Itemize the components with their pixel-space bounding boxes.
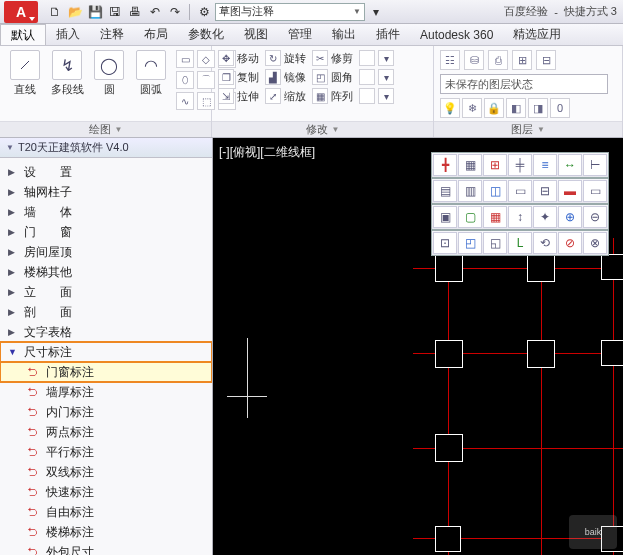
tb-btn[interactable]: ⊘ xyxy=(558,232,582,254)
layer-states-icon[interactable]: ⛁ xyxy=(464,50,484,70)
tb-btn[interactable]: ▭ xyxy=(583,180,607,202)
tb-btn[interactable]: ╪ xyxy=(508,154,532,176)
chevron-down-icon[interactable]: ▼ xyxy=(332,125,340,134)
saveas-icon[interactable]: 🖫 xyxy=(106,3,124,21)
tree-subitem[interactable]: ▶⮌内门标注 xyxy=(0,402,212,422)
floating-toolbar-4[interactable]: ⊡ ◰ ◱ L ⟲ ⊘ ⊗ xyxy=(431,230,609,256)
tree-item[interactable]: ▶设 置 xyxy=(0,162,212,182)
tab-autodesk360[interactable]: Autodesk 360 xyxy=(410,24,503,45)
tb-btn[interactable]: ↔ xyxy=(558,154,582,176)
print-icon[interactable]: 🖶 xyxy=(126,3,144,21)
tree-subitem[interactable]: ▶⮌自由标注 xyxy=(0,502,212,522)
tb-btn[interactable]: ▭ xyxy=(508,180,532,202)
tb-btn[interactable]: ✦ xyxy=(533,206,557,228)
qat-more-icon[interactable]: ▾ xyxy=(367,3,385,21)
floating-toolbar-3[interactable]: ▣ ▢ ▦ ↕ ✦ ⊕ ⊖ xyxy=(431,204,609,230)
modify-阵列[interactable]: ▦阵列 xyxy=(312,88,353,104)
tb-btn[interactable]: ▣ xyxy=(433,206,457,228)
modify-缩放[interactable]: ⤢缩放 xyxy=(265,88,306,104)
chevron-down-icon[interactable]: ▼ xyxy=(115,125,123,134)
draw-tool-圆弧[interactable]: ◠圆弧 xyxy=(132,50,170,97)
tb-btn[interactable]: ⟲ xyxy=(533,232,557,254)
tab-view[interactable]: 视图 xyxy=(234,24,278,45)
tb-btn[interactable]: ▦ xyxy=(458,154,482,176)
draw-tool-圆[interactable]: ◯圆 xyxy=(90,50,128,97)
tb-btn[interactable]: ▬ xyxy=(558,180,582,202)
tree-subitem[interactable]: ▶⮌双线标注 xyxy=(0,462,212,482)
tb-btn[interactable]: ⊖ xyxy=(583,206,607,228)
tb-btn[interactable]: ≡ xyxy=(533,154,557,176)
mini-tool[interactable]: ∿ xyxy=(176,92,194,110)
tb-btn[interactable]: ▢ xyxy=(458,206,482,228)
tree-item[interactable]: ▶房间屋顶 xyxy=(0,242,212,262)
workspace-icon[interactable]: ⚙ xyxy=(195,3,213,21)
tb-btn[interactable]: ◫ xyxy=(483,180,507,202)
modify-移动[interactable]: ✥移动 xyxy=(218,50,259,66)
layer-match-icon[interactable]: ⎙ xyxy=(488,50,508,70)
modify-圆角[interactable]: ◰圆角 xyxy=(312,69,353,85)
tb-btn[interactable]: ◰ xyxy=(458,232,482,254)
draw-tool-直线[interactable]: ⟋直线 xyxy=(6,50,44,97)
redo-icon[interactable]: ↷ xyxy=(166,3,184,21)
tree-item[interactable]: ▶剖 面 xyxy=(0,302,212,322)
layer-tool[interactable]: 🔒 xyxy=(484,98,504,118)
tb-btn[interactable]: ▦ xyxy=(483,206,507,228)
modify-修剪[interactable]: ✂修剪 xyxy=(312,50,353,66)
tb-btn[interactable]: ⊞ xyxy=(483,154,507,176)
modify-extra[interactable]: ▾ xyxy=(359,50,394,66)
tree-item[interactable]: ▶文字表格 xyxy=(0,322,212,342)
tree-item[interactable]: ▶轴网柱子 xyxy=(0,182,212,202)
tb-btn[interactable]: ╋ xyxy=(433,154,457,176)
open-icon[interactable]: 📂 xyxy=(66,3,84,21)
modify-extra[interactable]: ▾ xyxy=(359,69,394,85)
tb-btn[interactable]: ⊕ xyxy=(558,206,582,228)
tb-btn[interactable]: ▤ xyxy=(433,180,457,202)
layer-tool[interactable]: ◨ xyxy=(528,98,548,118)
tb-btn[interactable]: ⊗ xyxy=(583,232,607,254)
tb-btn[interactable]: ◱ xyxy=(483,232,507,254)
modify-旋转[interactable]: ↻旋转 xyxy=(265,50,306,66)
save-icon[interactable]: 💾 xyxy=(86,3,104,21)
mini-tool[interactable]: ▭ xyxy=(176,50,194,68)
tree-item[interactable]: ▶立 面 xyxy=(0,282,212,302)
tb-btn[interactable]: ⊡ xyxy=(433,232,457,254)
tab-default[interactable]: 默认 xyxy=(0,24,46,45)
workspace-dropdown[interactable]: 草图与注释 ▼ xyxy=(215,3,365,21)
layer-tool[interactable]: 0 xyxy=(550,98,570,118)
tab-layout[interactable]: 布局 xyxy=(134,24,178,45)
tree-item[interactable]: ▼尺寸标注 xyxy=(0,342,212,362)
tab-manage[interactable]: 管理 xyxy=(278,24,322,45)
mini-tool[interactable]: ⬯ xyxy=(176,71,194,89)
tree-subitem[interactable]: ▶⮌楼梯标注 xyxy=(0,522,212,542)
new-icon[interactable]: 🗋 xyxy=(46,3,64,21)
tab-featured[interactable]: 精选应用 xyxy=(503,24,571,45)
modify-复制[interactable]: ❐复制 xyxy=(218,69,259,85)
sidebar-title-bar[interactable]: ▼ T20天正建筑软件 V4.0 xyxy=(0,138,212,158)
tree-subitem[interactable]: ▶⮌两点标注 xyxy=(0,422,212,442)
tb-btn[interactable]: ↕ xyxy=(508,206,532,228)
modify-拉伸[interactable]: ⇲拉伸 xyxy=(218,88,259,104)
draw-tool-多段线[interactable]: ↯多段线 xyxy=(48,50,86,97)
tree-subitem[interactable]: ▶⮌墙厚标注 xyxy=(0,382,212,402)
app-logo[interactable]: A xyxy=(4,1,38,23)
tree-subitem[interactable]: ▶⮌外包尺寸 xyxy=(0,542,212,555)
tb-btn[interactable]: ⊟ xyxy=(533,180,557,202)
tab-insert[interactable]: 插入 xyxy=(46,24,90,45)
layer-tool[interactable]: ❄ xyxy=(462,98,482,118)
layer-off-icon[interactable]: ⊟ xyxy=(536,50,556,70)
tab-parametric[interactable]: 参数化 xyxy=(178,24,234,45)
layer-tool[interactable]: 💡 xyxy=(440,98,460,118)
tree-subitem[interactable]: ▶⮌平行标注 xyxy=(0,442,212,462)
undo-icon[interactable]: ↶ xyxy=(146,3,164,21)
tab-annotate[interactable]: 注释 xyxy=(90,24,134,45)
tb-btn[interactable]: ⊢ xyxy=(583,154,607,176)
tree-item[interactable]: ▶墙 体 xyxy=(0,202,212,222)
tb-btn[interactable]: ▥ xyxy=(458,180,482,202)
floating-toolbar-1[interactable]: ╋ ▦ ⊞ ╪ ≡ ↔ ⊢ xyxy=(431,152,609,178)
tree-subitem[interactable]: ▶⮌门窗标注 xyxy=(0,362,212,382)
modify-镜像[interactable]: ▟镜像 xyxy=(265,69,306,85)
layer-state-dropdown[interactable]: 未保存的图层状态 xyxy=(440,74,608,94)
tab-output[interactable]: 输出 xyxy=(322,24,366,45)
tb-btn[interactable]: L xyxy=(508,232,532,254)
layer-iso-icon[interactable]: ⊞ xyxy=(512,50,532,70)
